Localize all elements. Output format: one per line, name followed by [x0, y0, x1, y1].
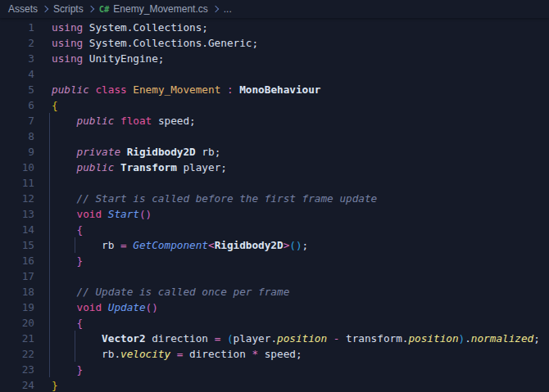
- code-line[interactable]: 20 {: [0, 315, 549, 331]
- code-token: rb;: [196, 146, 221, 158]
- line-number: 2: [0, 35, 34, 51]
- code-line-content: // Update is called once per frame: [34, 284, 289, 300]
- line-number: 5: [0, 82, 34, 97]
- code-token: direction: [183, 348, 252, 360]
- line-number: 19: [0, 300, 34, 315]
- code-token: Transform: [120, 161, 177, 173]
- code-line-content: {: [34, 222, 83, 237]
- chevron-right-icon: [212, 6, 219, 12]
- line-number: 12: [0, 191, 34, 206]
- code-line[interactable]: 7 public float speed;: [0, 113, 549, 128]
- code-token: .: [465, 332, 471, 345]
- indent-guide: [75, 237, 75, 253]
- code-token: [52, 255, 77, 267]
- code-token: [220, 83, 227, 96]
- code-token: public: [77, 161, 115, 173]
- code-line-content: {: [34, 315, 83, 331]
- code-token: private: [77, 146, 120, 158]
- code-line[interactable]: 24}: [0, 377, 549, 392]
- code-token: player.: [234, 332, 277, 345]
- code-token: [52, 301, 77, 313]
- line-number: 24: [0, 377, 34, 392]
- code-line[interactable]: 9 private Rigidbody2D rb;: [0, 144, 549, 160]
- line-number: 10: [0, 160, 34, 175]
- breadcrumb-item-4[interactable]: ...: [224, 3, 232, 15]
- code-token: Enemy_Movement: [133, 83, 220, 96]
- code-token: (: [227, 332, 234, 345]
- code-line[interactable]: 23 }: [0, 362, 549, 377]
- code-line[interactable]: 22 rb.velocity = direction * speed;: [0, 346, 549, 362]
- code-token: [52, 332, 102, 345]
- line-number: 16: [0, 253, 34, 268]
- code-token: }: [77, 255, 84, 267]
- code-line[interactable]: 4: [0, 66, 549, 82]
- breadcrumb-item-3[interactable]: C#Enemy_Movement.cs: [99, 3, 208, 15]
- line-number: 17: [0, 268, 34, 284]
- code-line[interactable]: 10 public Transform player;: [0, 160, 549, 175]
- code-line[interactable]: 16 }: [0, 253, 549, 268]
- code-token: [114, 161, 120, 173]
- code-token: MonoBehaviour: [239, 83, 320, 96]
- code-token: public: [52, 83, 89, 96]
- code-token: (): [289, 239, 302, 251]
- code-token: [52, 146, 77, 158]
- indent-guide: [75, 331, 75, 362]
- line-number: 9: [0, 144, 34, 160]
- code-token: float: [120, 115, 152, 127]
- code-line[interactable]: 11: [0, 175, 549, 191]
- breadcrumb-item-1[interactable]: Assets: [8, 3, 38, 15]
- code-line-content: }: [34, 362, 83, 377]
- code-line[interactable]: 12 // Start is called before the first f…: [0, 191, 549, 206]
- code-line[interactable]: 19 void Update(): [0, 300, 549, 315]
- line-number: 1: [0, 20, 34, 35]
- code-token: using: [52, 37, 83, 49]
- code-token: :: [227, 83, 234, 96]
- code-line[interactable]: 8: [0, 128, 549, 144]
- code-line[interactable]: 2using System.Collections.Generic;: [0, 35, 549, 51]
- code-token: [52, 317, 77, 329]
- code-line[interactable]: 15 rb = GetComponent<Rigidbody2D>();: [0, 237, 549, 253]
- line-number: 3: [0, 51, 34, 66]
- code-line[interactable]: 18 // Update is called once per frame: [0, 284, 549, 300]
- code-token: System.Collections;: [83, 21, 208, 34]
- code-line[interactable]: 17: [0, 268, 549, 284]
- code-token: Update: [108, 301, 146, 313]
- code-token: [102, 301, 108, 313]
- code-line[interactable]: 5public class Enemy_Movement : MonoBehav…: [0, 82, 549, 97]
- chevron-right-icon: [42, 6, 48, 12]
- code-token: }: [52, 379, 58, 391]
- code-token: (): [139, 208, 152, 220]
- code-line-content: {: [34, 97, 58, 113]
- line-number: 11: [0, 175, 34, 191]
- code-token: [52, 208, 77, 220]
- code-token: [52, 363, 77, 376]
- code-line[interactable]: 14 {: [0, 222, 549, 237]
- code-line[interactable]: 13 void Start(): [0, 206, 549, 222]
- code-line-content: rb = GetComponent<Rigidbody2D>();: [34, 237, 308, 253]
- code-token: [52, 348, 102, 360]
- code-token: // Start is called before the first fram…: [77, 192, 378, 205]
- code-token: System.Collections.Generic;: [83, 37, 258, 49]
- code-token: UnityEngine;: [83, 52, 164, 65]
- code-token: rb.: [102, 348, 120, 360]
- code-line[interactable]: 21 Vector2 direction = (player.position …: [0, 331, 549, 346]
- code-line[interactable]: 6{: [0, 97, 549, 113]
- csharp-file-icon: C#: [99, 4, 110, 14]
- code-token: normalized: [471, 332, 533, 345]
- code-token: using: [52, 21, 83, 34]
- code-editor[interactable]: 1using System.Collections;2using System.…: [0, 18, 549, 392]
- code-token: {: [77, 317, 84, 329]
- code-token: // Update is called once per frame: [77, 286, 290, 298]
- code-token: {: [77, 223, 84, 236]
- code-line[interactable]: 1using System.Collections;: [0, 20, 549, 35]
- code-token: player;: [177, 161, 227, 173]
- indent-guide: [49, 113, 50, 377]
- code-token: [114, 115, 120, 127]
- line-number: 4: [0, 66, 34, 82]
- code-token: Vector2: [102, 332, 145, 345]
- breadcrumb-item-2[interactable]: Scripts: [53, 3, 84, 15]
- code-line-content: Vector2 direction = (player.position - t…: [34, 331, 540, 346]
- code-line[interactable]: 3using UnityEngine;: [0, 51, 549, 66]
- breadcrumb: AssetsScriptsC#Enemy_Movement.cs...: [0, 0, 549, 18]
- code-token: ;: [533, 332, 540, 345]
